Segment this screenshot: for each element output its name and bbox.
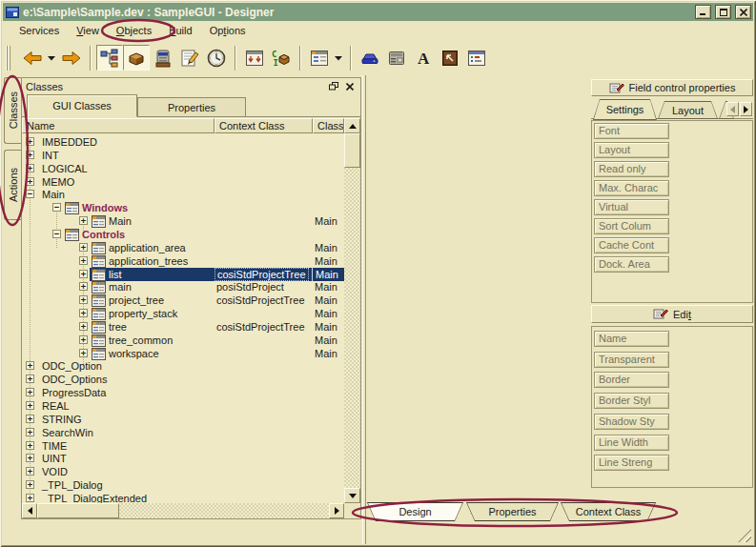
panel-splitter[interactable] <box>362 75 366 544</box>
font-button[interactable]: A <box>410 45 437 71</box>
printer-button[interactable] <box>357 45 383 71</box>
expand-toggle[interactable]: + <box>79 243 88 252</box>
minimize-button[interactable] <box>695 5 711 19</box>
expand-toggle[interactable]: + <box>26 177 34 186</box>
import-window-button[interactable] <box>241 45 268 71</box>
tree-row[interactable]: +workspaceMain <box>22 347 344 360</box>
tree-row[interactable]: +project_treecosiStdProjectTreeMain <box>22 294 344 307</box>
class-hierarchy-button[interactable] <box>96 45 123 71</box>
expand-toggle[interactable]: + <box>26 375 34 383</box>
tree-row[interactable]: +MEMO <box>22 175 344 189</box>
tree-row[interactable]: −Main <box>22 188 344 201</box>
property-button-font[interactable]: Font <box>594 123 669 139</box>
expand-toggle[interactable]: + <box>26 388 34 396</box>
property-button-read-only[interactable]: Read only <box>594 161 669 177</box>
close-button[interactable] <box>735 5 751 19</box>
vertical-scrollbar-thumb[interactable] <box>344 133 360 168</box>
tree-row[interactable]: +application_treesMain <box>22 254 344 268</box>
vertical-scrollbar-track[interactable] <box>344 133 360 488</box>
horizontal-scrollbar-thumb[interactable] <box>37 503 119 518</box>
expand-toggle[interactable]: − <box>26 190 34 198</box>
image-button[interactable] <box>437 45 463 71</box>
tree-row[interactable]: +UINT <box>22 452 344 465</box>
back-history-button[interactable] <box>46 45 58 71</box>
tab-settings[interactable]: Settings <box>593 99 657 120</box>
property-button-name[interactable]: Name <box>594 331 669 347</box>
tree-row[interactable]: +TIME <box>22 439 344 453</box>
tree-row[interactable]: +IMBEDDED <box>22 135 344 149</box>
scrollbar-right-button[interactable] <box>329 503 344 518</box>
menu-item-options[interactable]: Options <box>201 22 255 39</box>
object-viewer-button[interactable] <box>150 45 176 71</box>
expand-toggle[interactable]: + <box>26 454 34 462</box>
expand-toggle[interactable]: + <box>79 216 88 225</box>
title-bar[interactable]: e:\Sample\Sample.dev : SampleGUI - Desig… <box>3 3 753 21</box>
tree-row[interactable]: +tree_commonMain <box>22 334 344 347</box>
tree-row[interactable]: +application_areaMain <box>22 241 344 254</box>
back-button[interactable] <box>19 45 46 71</box>
scrollbar-left-button[interactable] <box>22 503 37 518</box>
expand-toggle[interactable]: + <box>26 415 34 423</box>
objects-button[interactable] <box>123 45 150 71</box>
editor-tab-design[interactable]: Design <box>367 502 463 521</box>
forward-button[interactable] <box>58 45 85 71</box>
tree-row[interactable]: +VOID <box>22 465 344 478</box>
expand-toggle[interactable]: + <box>26 137 34 146</box>
expand-toggle[interactable]: + <box>79 295 88 304</box>
field-control-properties-header[interactable]: Field control properties <box>591 79 753 96</box>
form-list-button[interactable] <box>306 45 333 71</box>
tree-row[interactable]: +MainMain <box>22 214 344 228</box>
expand-toggle[interactable]: + <box>26 428 34 436</box>
property-button-transparent[interactable]: Transparent <box>594 352 669 368</box>
edit-source-button[interactable] <box>176 45 203 71</box>
dialog-button[interactable] <box>463 45 490 71</box>
expand-toggle[interactable]: + <box>26 151 34 159</box>
side-tab-actions[interactable]: Actions <box>4 150 21 220</box>
expand-toggle[interactable]: + <box>26 441 34 450</box>
form-list-dropdown-button[interactable] <box>333 45 345 71</box>
tree-row[interactable]: +_TPL_DialogExtended <box>22 492 344 503</box>
column-header-class[interactable]: Class <box>313 118 344 133</box>
expand-toggle[interactable]: − <box>52 230 61 238</box>
tree-row[interactable]: +LOGICAL <box>22 162 344 175</box>
menu-item-objects[interactable]: Objects <box>108 22 160 39</box>
property-button-border[interactable]: Border <box>594 372 669 388</box>
tree-row[interactable]: +listcosiStdProjectTreeMain <box>22 268 344 281</box>
editor-tab-context-class[interactable]: Context Class <box>561 502 656 521</box>
menu-item-view[interactable]: View <box>68 22 108 39</box>
device-button[interactable] <box>383 45 410 71</box>
tree-row[interactable]: +ProgressData <box>22 386 344 399</box>
property-button-cache-cont[interactable]: Cache Cont <box>594 237 669 253</box>
tab-gui-classes[interactable]: GUI Classes <box>27 94 137 117</box>
menu-item-services[interactable]: Services <box>10 22 68 39</box>
tab-scroll-right-button[interactable] <box>740 102 752 116</box>
tab-layout[interactable]: Layout <box>658 101 718 119</box>
expand-toggle[interactable]: + <box>79 335 88 344</box>
scrollbar-up-button[interactable] <box>344 118 360 133</box>
expand-toggle[interactable]: + <box>26 401 34 410</box>
property-button-dock-area[interactable]: Dock. Area <box>594 256 669 273</box>
close-panel-icon[interactable] <box>343 80 357 92</box>
tab-scroll-left-button[interactable] <box>726 102 739 116</box>
expand-toggle[interactable]: + <box>79 256 88 265</box>
tree-row[interactable]: −Controls <box>22 228 344 241</box>
tree-row[interactable]: +INT <box>22 149 344 162</box>
tree-row[interactable]: +mainposiStdProjectMain <box>22 280 344 294</box>
tree-row[interactable]: +ODC_Option <box>22 359 344 373</box>
property-button-layout[interactable]: Layout <box>594 142 669 158</box>
menu-item-build[interactable]: Build <box>160 22 200 39</box>
expand-toggle[interactable]: + <box>79 270 88 278</box>
tab-properties[interactable]: Properties <box>137 97 246 117</box>
property-button-shadow-sty[interactable]: Shadow Sty <box>594 414 669 430</box>
tree-row[interactable]: +property_stackMain <box>22 307 344 320</box>
expand-toggle[interactable]: + <box>79 282 88 291</box>
maximize-button[interactable] <box>715 5 731 19</box>
column-header-context-class[interactable]: Context Class <box>215 118 313 133</box>
expand-toggle[interactable]: + <box>26 494 34 502</box>
property-button-border-styl[interactable]: Border Styl <box>594 393 669 409</box>
resize-grip[interactable] <box>738 529 751 542</box>
expand-toggle[interactable]: + <box>26 361 34 370</box>
tree-row[interactable]: +_TPL_Dialog <box>22 478 344 492</box>
expand-toggle[interactable]: + <box>79 322 88 331</box>
tree-row[interactable]: +REAL <box>22 399 344 413</box>
